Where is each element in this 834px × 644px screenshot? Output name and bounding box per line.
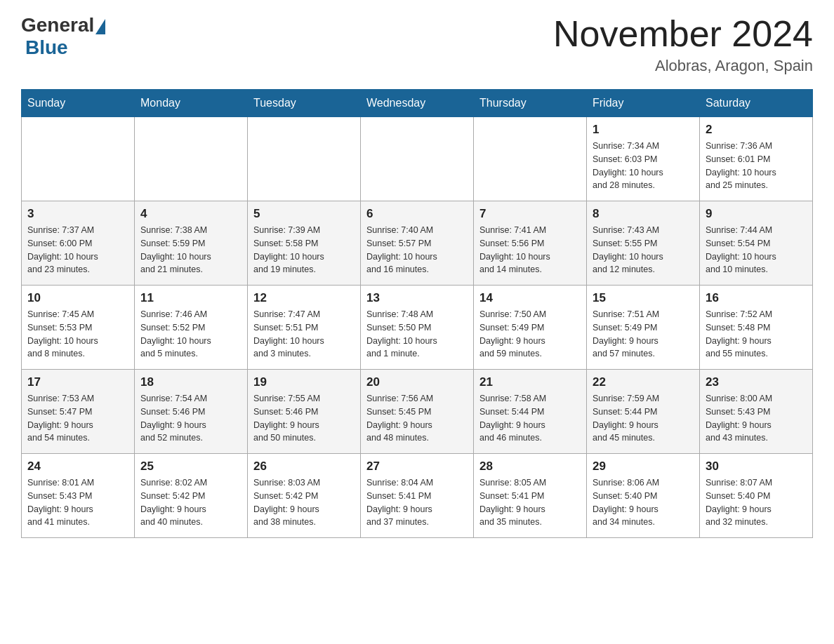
day-info: Sunrise: 7:43 AM Sunset: 5:55 PM Dayligh…	[593, 224, 694, 276]
day-number: 18	[140, 375, 241, 389]
day-number: 14	[479, 291, 581, 305]
day-number: 5	[253, 207, 355, 221]
day-number: 12	[253, 291, 355, 305]
month-title: November 2024	[553, 14, 813, 54]
week-row: 3Sunrise: 7:37 AM Sunset: 6:00 PM Daylig…	[22, 201, 813, 286]
day-info: Sunrise: 8:01 AM Sunset: 5:43 PM Dayligh…	[27, 476, 128, 529]
day-info: Sunrise: 7:52 AM Sunset: 5:48 PM Dayligh…	[706, 308, 807, 361]
title-block: November 2024 Alobras, Aragon, Spain	[553, 14, 813, 75]
logo: General Blue	[21, 14, 105, 59]
day-number: 9	[706, 207, 807, 221]
day-number: 21	[479, 375, 581, 389]
day-number: 29	[593, 459, 694, 474]
calendar-table: SundayMondayTuesdayWednesdayThursdayFrid…	[21, 89, 813, 538]
calendar-cell: 30Sunrise: 8:07 AM Sunset: 5:40 PM Dayli…	[700, 454, 813, 538]
day-info: Sunrise: 7:41 AM Sunset: 5:56 PM Dayligh…	[479, 224, 581, 276]
calendar-cell: 4Sunrise: 7:38 AM Sunset: 5:59 PM Daylig…	[135, 201, 248, 286]
calendar-cell	[135, 117, 248, 201]
day-info: Sunrise: 7:59 AM Sunset: 5:44 PM Dayligh…	[593, 392, 694, 445]
week-row: 10Sunrise: 7:45 AM Sunset: 5:53 PM Dayli…	[22, 286, 813, 370]
calendar-cell: 7Sunrise: 7:41 AM Sunset: 5:56 PM Daylig…	[474, 201, 587, 286]
day-number: 22	[593, 375, 694, 389]
week-row: 1Sunrise: 7:34 AM Sunset: 6:03 PM Daylig…	[22, 117, 813, 201]
logo-blue-text: Blue	[25, 36, 68, 59]
calendar-cell: 27Sunrise: 8:04 AM Sunset: 5:41 PM Dayli…	[361, 454, 474, 538]
day-info: Sunrise: 7:45 AM Sunset: 5:53 PM Dayligh…	[27, 308, 128, 361]
day-info: Sunrise: 8:00 AM Sunset: 5:43 PM Dayligh…	[706, 392, 807, 445]
day-info: Sunrise: 7:50 AM Sunset: 5:49 PM Dayligh…	[479, 308, 581, 361]
day-info: Sunrise: 7:38 AM Sunset: 5:59 PM Dayligh…	[140, 224, 241, 276]
day-number: 3	[27, 207, 128, 221]
calendar-cell: 24Sunrise: 8:01 AM Sunset: 5:43 PM Dayli…	[22, 454, 135, 538]
calendar-cell: 21Sunrise: 7:58 AM Sunset: 5:44 PM Dayli…	[474, 370, 587, 454]
day-info: Sunrise: 7:55 AM Sunset: 5:46 PM Dayligh…	[253, 392, 355, 445]
day-info: Sunrise: 8:05 AM Sunset: 5:41 PM Dayligh…	[479, 476, 581, 529]
calendar-cell: 22Sunrise: 7:59 AM Sunset: 5:44 PM Dayli…	[587, 370, 700, 454]
calendar-cell: 29Sunrise: 8:06 AM Sunset: 5:40 PM Dayli…	[587, 454, 700, 538]
day-number: 8	[593, 207, 694, 221]
day-info: Sunrise: 7:58 AM Sunset: 5:44 PM Dayligh…	[479, 392, 581, 445]
day-number: 10	[27, 291, 128, 305]
calendar-cell: 15Sunrise: 7:51 AM Sunset: 5:49 PM Dayli…	[587, 286, 700, 370]
calendar-cell: 10Sunrise: 7:45 AM Sunset: 5:53 PM Dayli…	[22, 286, 135, 370]
calendar-header-row: SundayMondayTuesdayWednesdayThursdayFrid…	[22, 90, 813, 117]
day-number: 7	[479, 207, 581, 221]
logo-triangle-icon	[95, 19, 105, 34]
day-number: 15	[593, 291, 694, 305]
day-info: Sunrise: 8:02 AM Sunset: 5:42 PM Dayligh…	[140, 476, 241, 529]
day-info: Sunrise: 7:44 AM Sunset: 5:54 PM Dayligh…	[706, 224, 807, 276]
day-number: 20	[366, 375, 468, 389]
page-header: General Blue November 2024 Alobras, Arag…	[21, 14, 813, 75]
location-title: Alobras, Aragon, Spain	[553, 57, 813, 75]
day-info: Sunrise: 7:37 AM Sunset: 6:00 PM Dayligh…	[27, 224, 128, 276]
day-info: Sunrise: 7:54 AM Sunset: 5:46 PM Dayligh…	[140, 392, 241, 445]
calendar-cell: 11Sunrise: 7:46 AM Sunset: 5:52 PM Dayli…	[135, 286, 248, 370]
calendar-cell: 12Sunrise: 7:47 AM Sunset: 5:51 PM Dayli…	[248, 286, 361, 370]
day-number: 6	[366, 207, 468, 221]
day-of-week-header: Sunday	[22, 90, 135, 117]
calendar-cell: 5Sunrise: 7:39 AM Sunset: 5:58 PM Daylig…	[248, 201, 361, 286]
day-info: Sunrise: 8:03 AM Sunset: 5:42 PM Dayligh…	[253, 476, 355, 529]
day-info: Sunrise: 7:48 AM Sunset: 5:50 PM Dayligh…	[366, 308, 468, 361]
calendar-cell: 3Sunrise: 7:37 AM Sunset: 6:00 PM Daylig…	[22, 201, 135, 286]
day-number: 28	[479, 459, 581, 474]
calendar-cell: 17Sunrise: 7:53 AM Sunset: 5:47 PM Dayli…	[22, 370, 135, 454]
calendar-cell: 1Sunrise: 7:34 AM Sunset: 6:03 PM Daylig…	[587, 117, 700, 201]
day-info: Sunrise: 7:34 AM Sunset: 6:03 PM Dayligh…	[593, 140, 694, 192]
day-info: Sunrise: 8:06 AM Sunset: 5:40 PM Dayligh…	[593, 476, 694, 529]
calendar-cell	[361, 117, 474, 201]
calendar-cell: 18Sunrise: 7:54 AM Sunset: 5:46 PM Dayli…	[135, 370, 248, 454]
calendar-cell: 2Sunrise: 7:36 AM Sunset: 6:01 PM Daylig…	[700, 117, 813, 201]
day-info: Sunrise: 7:46 AM Sunset: 5:52 PM Dayligh…	[140, 308, 241, 361]
day-number: 23	[706, 375, 807, 389]
day-number: 13	[366, 291, 468, 305]
calendar-cell: 6Sunrise: 7:40 AM Sunset: 5:57 PM Daylig…	[361, 201, 474, 286]
calendar-cell: 14Sunrise: 7:50 AM Sunset: 5:49 PM Dayli…	[474, 286, 587, 370]
day-number: 1	[593, 123, 694, 137]
calendar-cell: 25Sunrise: 8:02 AM Sunset: 5:42 PM Dayli…	[135, 454, 248, 538]
day-info: Sunrise: 7:36 AM Sunset: 6:01 PM Dayligh…	[706, 140, 807, 192]
day-info: Sunrise: 7:51 AM Sunset: 5:49 PM Dayligh…	[593, 308, 694, 361]
calendar-cell: 8Sunrise: 7:43 AM Sunset: 5:55 PM Daylig…	[587, 201, 700, 286]
logo-general-text: General	[21, 14, 94, 36]
day-number: 24	[27, 459, 128, 474]
day-number: 19	[253, 375, 355, 389]
calendar-cell: 13Sunrise: 7:48 AM Sunset: 5:50 PM Dayli…	[361, 286, 474, 370]
day-number: 26	[253, 459, 355, 474]
day-info: Sunrise: 7:39 AM Sunset: 5:58 PM Dayligh…	[253, 224, 355, 276]
calendar-cell: 23Sunrise: 8:00 AM Sunset: 5:43 PM Dayli…	[700, 370, 813, 454]
calendar-cell: 20Sunrise: 7:56 AM Sunset: 5:45 PM Dayli…	[361, 370, 474, 454]
calendar-cell: 19Sunrise: 7:55 AM Sunset: 5:46 PM Dayli…	[248, 370, 361, 454]
day-of-week-header: Tuesday	[248, 90, 361, 117]
day-number: 30	[706, 459, 807, 474]
day-info: Sunrise: 8:04 AM Sunset: 5:41 PM Dayligh…	[366, 476, 468, 529]
calendar-cell: 9Sunrise: 7:44 AM Sunset: 5:54 PM Daylig…	[700, 201, 813, 286]
day-number: 4	[140, 207, 241, 221]
day-info: Sunrise: 7:47 AM Sunset: 5:51 PM Dayligh…	[253, 308, 355, 361]
day-of-week-header: Saturday	[700, 90, 813, 117]
week-row: 24Sunrise: 8:01 AM Sunset: 5:43 PM Dayli…	[22, 454, 813, 538]
day-of-week-header: Monday	[135, 90, 248, 117]
day-info: Sunrise: 7:40 AM Sunset: 5:57 PM Dayligh…	[366, 224, 468, 276]
week-row: 17Sunrise: 7:53 AM Sunset: 5:47 PM Dayli…	[22, 370, 813, 454]
calendar-cell	[474, 117, 587, 201]
